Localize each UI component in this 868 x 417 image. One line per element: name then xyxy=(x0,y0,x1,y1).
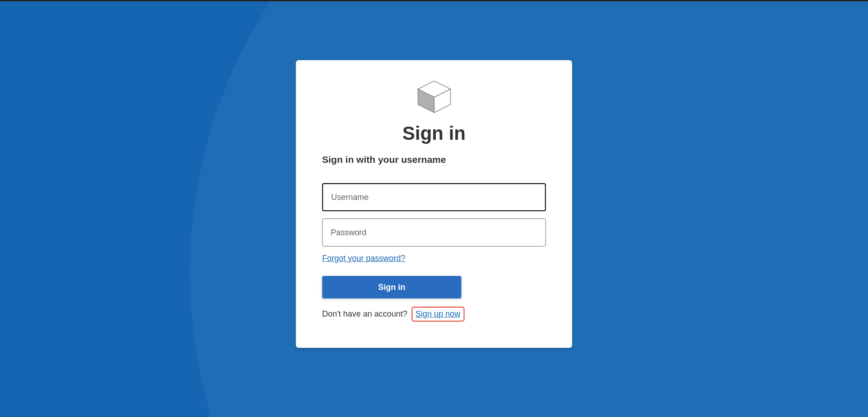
page-title: Sign in xyxy=(322,123,546,144)
signin-button[interactable]: Sign in xyxy=(322,276,462,299)
signin-panel: Sign in Sign in with your username Forgo… xyxy=(296,60,572,348)
password-input[interactable] xyxy=(322,218,546,246)
logo-container xyxy=(322,80,546,114)
signup-row: Don't have an account? Sign up now xyxy=(322,307,546,322)
signin-subtitle: Sign in with your username xyxy=(322,154,546,165)
username-input[interactable] xyxy=(322,183,546,211)
cube-logo-icon xyxy=(416,80,452,114)
signup-link[interactable]: Sign up now xyxy=(412,308,463,321)
signup-highlight: Sign up now xyxy=(411,307,464,322)
forgot-password-link[interactable]: Forgot your password? xyxy=(322,254,406,263)
no-account-text: Don't have an account? xyxy=(322,309,408,318)
page-background: Sign in Sign in with your username Forgo… xyxy=(0,1,868,417)
